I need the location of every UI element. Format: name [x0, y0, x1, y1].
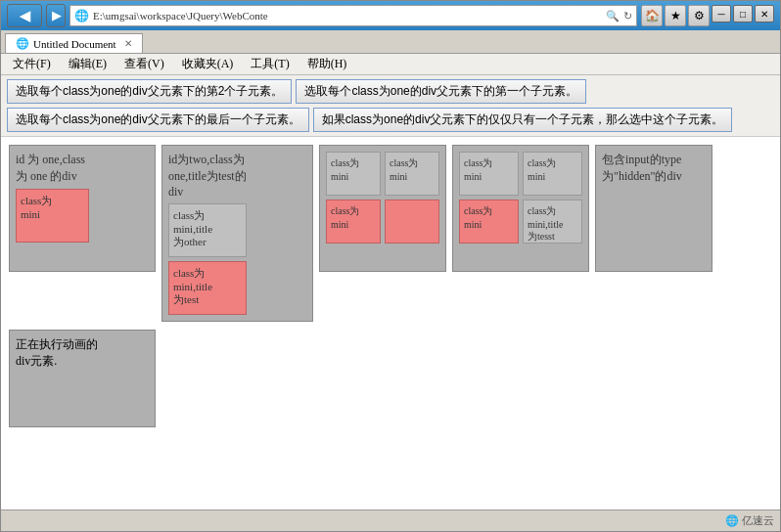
inner-box-3-2-label: class为 mini: [390, 157, 418, 182]
demo-box-2: id为two,class为 one,title为test的 div class为…: [161, 145, 313, 322]
animation-box: 正在执行动画的 div元素.: [9, 330, 156, 427]
back-icon: ◀: [20, 8, 30, 24]
demo-box-2-label: id为two,class为 one,title为test的 div: [168, 153, 247, 199]
maximize-button[interactable]: □: [733, 5, 753, 22]
demo-box-4: class为 mini class为 mini class为 mini clas…: [452, 145, 589, 272]
settings-icon-btn[interactable]: ⚙: [688, 5, 710, 26]
address-text: E:\umgsai\workspace\JQuery\WebConte: [93, 10, 602, 22]
forward-icon: ▶: [52, 9, 61, 23]
menu-bar: 文件(F) 编辑(E) 查看(V) 收藏夹(A) 工具(T) 帮助(H): [1, 54, 780, 75]
inner-box-2-2: class为 mini,title 为test: [168, 261, 247, 315]
window-controls: 🏠 ★ ⚙ ─ □ ✕: [641, 5, 774, 26]
menu-file[interactable]: 文件(F): [5, 56, 59, 73]
inner-box-4-4-label: class为 mini,title 为tesst: [528, 205, 563, 242]
content-area: id 为 one,class 为 one 的div class为 mini id…: [1, 137, 780, 510]
tab-close-button[interactable]: ✕: [124, 38, 132, 49]
minimize-button[interactable]: ─: [712, 5, 731, 22]
close-button[interactable]: ✕: [755, 5, 774, 22]
favorites-icon-btn[interactable]: ★: [665, 5, 686, 26]
selector-btn-1[interactable]: 选取每个class为one的div父元素下的第2个子元素。: [7, 79, 292, 104]
inner-box-4-2-label: class为 mini: [528, 157, 556, 182]
inner-box-3-1: class为 mini: [326, 152, 381, 196]
tab-title: Untitled Document: [33, 38, 116, 50]
demo-box-5-label: 包含input的type 为"hidden"的div: [602, 153, 682, 183]
menu-tools[interactable]: 工具(T): [243, 56, 297, 73]
demo-box-1-label: id 为 one,class 为 one 的div: [16, 153, 85, 183]
inner-box-4-4: class为 mini,title 为tesst: [523, 200, 582, 244]
inner-box-3-3-label: class为 mini: [331, 205, 359, 230]
address-bar-input[interactable]: 🌐 E:\umgsai\workspace\JQuery\WebConte 🔍 …: [69, 5, 637, 26]
inner-box-4-3: class为 mini: [459, 200, 519, 244]
tab-bar: 🌐 Untitled Document ✕: [1, 30, 780, 54]
inner-box-2-1: class为 mini,title 为other: [168, 203, 247, 257]
refresh-small-icon: ↻: [623, 10, 632, 22]
menu-favorites[interactable]: 收藏夹(A): [174, 56, 242, 73]
inner-box-3-2: class为 mini: [385, 152, 439, 196]
inner-box-1-1: class为 mini: [16, 189, 89, 243]
selector-btn-3[interactable]: 选取每个class为one的div父元素下的最后一个子元素。: [7, 108, 309, 132]
inner-box-3-3: class为 mini: [326, 200, 381, 244]
inner-box-3-1-label: class为 mini: [331, 157, 359, 182]
inner-box-2-2-label: class为 mini,title 为test: [173, 267, 212, 305]
inner-box-4-2: class为 mini: [523, 152, 582, 196]
inner-box-2-1-label: class为 mini,title 为other: [173, 209, 212, 247]
status-logo: 🌐 亿速云: [725, 513, 774, 528]
demo-row: id 为 one,class 为 one 的div class为 mini id…: [9, 145, 772, 322]
inner-box-4-3-label: class为 mini: [464, 205, 492, 230]
bottom-row: 正在执行动画的 div元素.: [9, 330, 772, 427]
search-icon: 🔍: [606, 10, 620, 22]
toolbar: 选取每个class为one的div父元素下的第2个子元素。 选取每个class为…: [1, 75, 780, 137]
inner-box-3-4: [385, 200, 439, 244]
inner-box-4-1: class为 mini: [459, 152, 519, 196]
home-icon-btn[interactable]: 🏠: [641, 5, 663, 26]
animation-box-label: 正在执行动画的 div元素.: [16, 337, 98, 368]
selector-btn-2[interactable]: 选取每个class为one的div父元素下的第一个子元素。: [296, 79, 586, 104]
selector-btn-4[interactable]: 如果class为one的div父元素下的仅仅只有一个子元素，那么选中这个子元素。: [313, 108, 733, 132]
demo-box-1: id 为 one,class 为 one 的div class为 mini: [9, 145, 156, 272]
tab-icon: 🌐: [16, 37, 29, 50]
menu-help[interactable]: 帮助(H): [299, 56, 355, 73]
active-tab[interactable]: 🌐 Untitled Document ✕: [5, 33, 143, 53]
demo-box-3: class为 mini class为 mini class为 mini: [319, 145, 446, 272]
menu-edit[interactable]: 编辑(E): [61, 56, 115, 73]
inner-box-1-1-label: class为 mini: [21, 195, 52, 220]
forward-button[interactable]: ▶: [46, 4, 66, 27]
browser-window: ◀ ▶ 🌐 E:\umgsai\workspace\JQuery\WebCont…: [0, 0, 781, 532]
inner-box-4-1-label: class为 mini: [464, 157, 492, 182]
page-icon: 🌐: [74, 9, 89, 23]
menu-view[interactable]: 查看(V): [116, 56, 172, 73]
title-bar: ◀ ▶ 🌐 E:\umgsai\workspace\JQuery\WebCont…: [1, 1, 780, 30]
status-bar: 🌐 亿速云: [1, 510, 780, 531]
demo-box-5: 包含input的type 为"hidden"的div: [595, 145, 712, 272]
back-button[interactable]: ◀: [7, 4, 42, 27]
